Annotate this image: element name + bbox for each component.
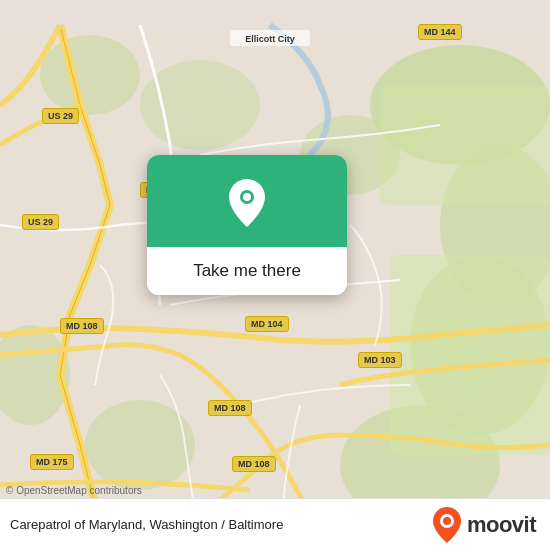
moovit-pin-icon	[431, 506, 463, 544]
road-label-md108-left: MD 108	[60, 318, 104, 334]
road-label-md144: MD 144	[418, 24, 462, 40]
app-title: Carepatrol of Maryland, Washington / Bal…	[10, 517, 283, 532]
road-label-md175: MD 175	[30, 454, 74, 470]
map-attribution: © OpenStreetMap contributors	[6, 485, 142, 496]
take-me-there-button[interactable]: Take me there	[147, 247, 347, 295]
location-pin-icon	[225, 177, 269, 229]
road-label-us29-mid: US 29	[22, 214, 59, 230]
moovit-text: moovit	[467, 512, 536, 538]
road-label-md104: MD 104	[245, 316, 289, 332]
road-label-md103: MD 103	[358, 352, 402, 368]
moovit-logo: moovit	[431, 506, 536, 544]
svg-point-17	[443, 517, 451, 525]
cta-card: Take me there	[147, 155, 347, 295]
app-info: Carepatrol of Maryland, Washington / Bal…	[10, 517, 283, 532]
svg-rect-11	[390, 255, 550, 455]
svg-point-15	[243, 193, 251, 201]
svg-point-5	[140, 60, 260, 150]
map-container: Ellicott City US 29 MD 144 MD US 29 MD 1…	[0, 0, 550, 550]
cta-top-section	[147, 155, 347, 247]
svg-rect-10	[380, 85, 550, 205]
road-label-us29-top: US 29	[42, 108, 79, 124]
svg-point-4	[40, 35, 140, 115]
road-label-md108-bottom: MD 108	[232, 456, 276, 472]
bottom-bar: Carepatrol of Maryland, Washington / Bal…	[0, 498, 550, 550]
road-label-md108-center: MD 108	[208, 400, 252, 416]
svg-text:Ellicott City: Ellicott City	[245, 34, 295, 44]
